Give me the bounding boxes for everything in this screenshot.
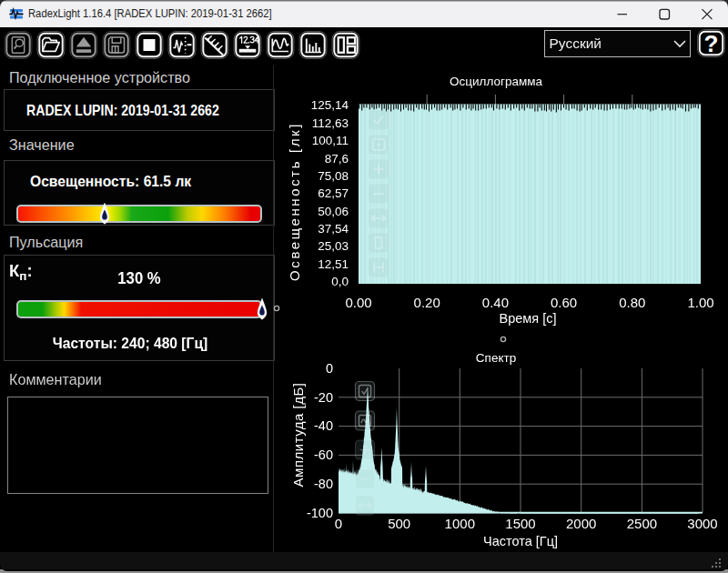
svg-text:50,06: 50,06 <box>318 205 349 218</box>
svg-text:62,57: 62,57 <box>318 186 349 200</box>
svg-text:0: 0 <box>335 516 342 531</box>
svg-text:-20: -20 <box>314 390 333 405</box>
svg-text:Осциллограмма: Осциллограмма <box>450 75 542 88</box>
svg-text:0.80: 0.80 <box>619 295 645 310</box>
svg-text:0,0: 0,0 <box>331 275 349 288</box>
svg-text:112,63: 112,63 <box>312 116 349 130</box>
svg-text:1000: 1000 <box>445 516 475 531</box>
svg-text:3000: 3000 <box>687 516 717 531</box>
svg-text:87,6: 87,6 <box>325 152 349 166</box>
svg-text:25,03: 25,03 <box>318 239 349 253</box>
svg-text:0.40: 0.40 <box>482 295 509 310</box>
svg-text:0.60: 0.60 <box>551 295 577 310</box>
svg-text:2000: 2000 <box>566 516 596 531</box>
svg-text:0.20: 0.20 <box>414 295 440 310</box>
svg-text:125,14: 125,14 <box>311 98 349 112</box>
svg-text:-100: -100 <box>307 506 333 520</box>
svg-text:-60: -60 <box>314 447 333 462</box>
svg-text:Время [с]: Время [с] <box>500 311 557 326</box>
svg-text:Частота [Гц]: Частота [Гц] <box>483 534 558 548</box>
svg-text:1.00: 1.00 <box>687 295 713 310</box>
svg-text:Амплитуда [дБ]: Амплитуда [дБ] <box>290 383 306 488</box>
svg-text:2500: 2500 <box>627 516 657 531</box>
svg-text:75,08: 75,08 <box>318 169 349 183</box>
svg-text:12,51: 12,51 <box>318 257 349 271</box>
svg-text:500: 500 <box>388 516 410 531</box>
svg-text:1500: 1500 <box>505 516 535 531</box>
svg-text:37,54: 37,54 <box>318 222 349 236</box>
svg-text:100,11: 100,11 <box>312 134 349 147</box>
svg-text:0.00: 0.00 <box>345 295 371 310</box>
svg-text:Спектр: Спектр <box>476 351 516 365</box>
svg-text:-80: -80 <box>314 477 333 491</box>
svg-text:0: 0 <box>326 361 333 376</box>
svg-text:-40: -40 <box>314 418 333 433</box>
svg-text:Освещенность [лк]: Освещенность [лк] <box>287 122 302 281</box>
